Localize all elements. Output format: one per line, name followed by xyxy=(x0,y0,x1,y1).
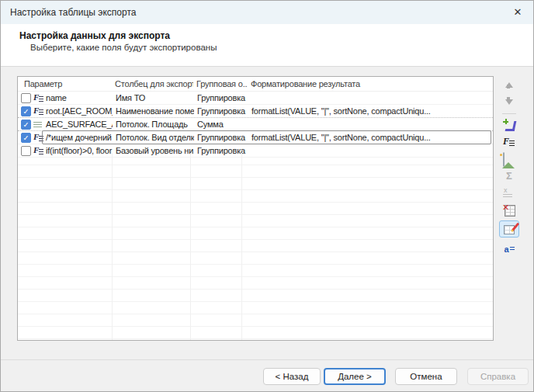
sigma-icon: Σ xyxy=(503,170,515,182)
delete-table-icon: ✕ xyxy=(503,204,515,217)
row-checkbox-checked[interactable]: ✓ xyxy=(21,106,31,116)
page-title: Настройка данных для экспорта xyxy=(19,30,170,41)
cell-group: Сумма xyxy=(194,119,248,130)
image-icon xyxy=(503,152,505,167)
move-up-button[interactable] xyxy=(501,78,517,92)
insert-image-button[interactable] xyxy=(501,152,517,166)
cell-column: Наименование поме... xyxy=(113,106,194,117)
export-table-settings-dialog: Настройка таблицы экспорта ✕ Настройка д… xyxy=(0,0,534,392)
row-checkbox-unchecked[interactable] xyxy=(21,93,31,103)
add-parameter-button[interactable] xyxy=(501,118,517,132)
column-header-parameter[interactable]: Параметр xyxy=(18,77,112,91)
alias-button[interactable]: a xyxy=(501,242,517,256)
table-row[interactable]: FnameИмя ТОГруппировка xyxy=(18,92,493,105)
cell-param: name xyxy=(44,92,113,104)
cell-group: Группировка xyxy=(194,92,248,104)
column-header-export-column[interactable]: Столбец для экспорта xyxy=(112,77,193,91)
window-title: Настройка таблицы экспорта xyxy=(10,1,136,24)
page-subtitle: Выберите, какие поля будут экспортирован… xyxy=(30,43,217,52)
table-toolbar: F Σ x ✕ a xyxy=(500,78,518,259)
table-body: FnameИмя ТОГруппировка✓Froot.[AEC_ROOM_N… xyxy=(18,92,493,158)
function-icon: F xyxy=(33,106,44,116)
function-icon: F xyxy=(33,93,44,102)
row-checkbox-checked[interactable]: ✓ xyxy=(21,133,31,143)
cell-param: root.[AEC_ROOM_NU... xyxy=(44,106,113,117)
function-icon: F xyxy=(503,136,515,148)
title-bar: Настройка таблицы экспорта ✕ xyxy=(1,1,533,24)
column-grid-line xyxy=(190,153,191,340)
column-grid-line xyxy=(241,153,242,340)
table-header-row: Параметр Столбец для экспорта Групповая … xyxy=(18,77,493,92)
cell-group: Группировка xyxy=(194,106,248,117)
cell-format: formatList(VALUE, "|", sortNone, compact… xyxy=(248,132,493,144)
edit-formula-button[interactable]: F xyxy=(501,135,517,149)
cell-format: formatList(VALUE, "|", sortNone, compact… xyxy=(248,106,493,117)
table-row[interactable]: ✓Froot.[AEC_ROOM_NU...Наименование поме.… xyxy=(18,105,493,118)
toolbar-separator xyxy=(502,113,516,114)
arrow-up-icon xyxy=(505,82,513,88)
cell-column: Имя ТО xyxy=(113,92,194,104)
move-down-button[interactable] xyxy=(501,95,517,109)
cancel-button[interactable]: Отмена xyxy=(395,368,457,385)
cell-param: AEC_SURFACE_ARE... xyxy=(44,119,113,130)
add-parameter-icon xyxy=(503,119,515,131)
cell-group: Группировка xyxy=(194,132,248,144)
field-icon xyxy=(33,120,44,129)
table-row[interactable]: ✓AEC_SURFACE_ARE...Потолок. ПлощадьСумма xyxy=(18,118,493,131)
row-checkbox-checked[interactable]: ✓ xyxy=(21,120,31,130)
parameters-table: Параметр Столбец для экспорта Групповая … xyxy=(17,76,494,341)
column-header-result-format[interactable]: Форматирование результата xyxy=(248,77,493,91)
back-button[interactable]: < Назад xyxy=(263,368,321,385)
close-icon[interactable]: ✕ xyxy=(502,1,533,24)
format-result-button[interactable] xyxy=(499,220,519,238)
alias-icon: a xyxy=(504,244,514,255)
empty-rows-grid xyxy=(18,153,493,340)
function-icon: F xyxy=(33,133,44,142)
wizard-header: Настройка данных для экспорта Выберите, … xyxy=(1,24,533,67)
footer: < Назад Далее > Отмена Справка xyxy=(1,360,533,392)
cell-column: Потолок. Вид отделки xyxy=(113,132,194,144)
average-button[interactable]: x xyxy=(501,186,517,200)
cell-column: Потолок. Площадь xyxy=(113,119,194,130)
average-icon: x xyxy=(502,187,516,199)
delete-parameter-button[interactable]: ✕ xyxy=(501,203,517,217)
content-area: Параметр Столбец для экспорта Групповая … xyxy=(1,67,533,359)
column-grid-line xyxy=(112,153,113,340)
arrow-down-icon xyxy=(505,99,513,105)
help-button: Справка xyxy=(467,368,529,385)
table-row[interactable]: ✓F/*ищем дочерний эл...Потолок. Вид отде… xyxy=(18,131,493,144)
cell-param: /*ищем дочерний эл... xyxy=(44,132,113,144)
sum-button[interactable]: Σ xyxy=(501,169,517,183)
column-header-group-operation[interactable]: Групповая о... xyxy=(193,77,248,91)
edit-cell-icon xyxy=(503,224,515,234)
next-button[interactable]: Далее > xyxy=(324,368,386,385)
